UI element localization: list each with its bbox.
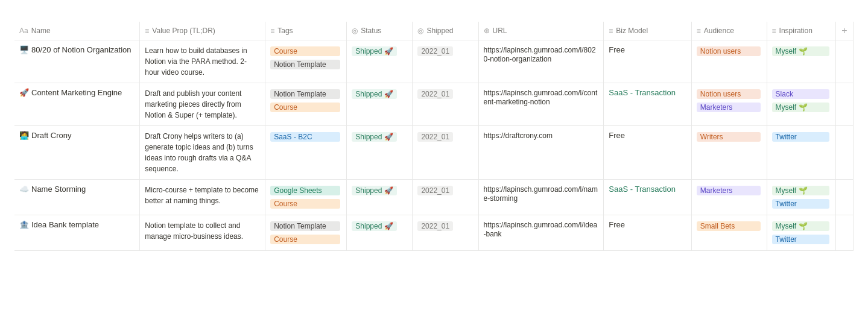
row-4-name[interactable]: 🏦Idea Bank template — [14, 215, 140, 251]
tag-item[interactable]: SaaS - B2C — [270, 132, 340, 142]
shipped-date: 2022_01 — [417, 186, 453, 195]
row-4-biz: Free — [604, 215, 691, 251]
shipped-col-icon: ◎ — [417, 27, 423, 35]
th-url[interactable]: ⊕URL — [478, 22, 604, 40]
inspiration-col-label: Inspiration — [779, 27, 813, 35]
row-2-status[interactable]: Shipped 🚀 — [347, 126, 413, 180]
row-0-audience: Notion users — [691, 40, 767, 83]
tag-item[interactable]: Course — [270, 46, 340, 56]
biz-col-icon: ≡ — [609, 27, 613, 35]
url-link[interactable]: https://lapinsch.gumroad.com/l/content-m… — [484, 89, 598, 106]
row-emoji: ☁️ — [19, 185, 29, 194]
row-name-text: Name Storming — [31, 185, 86, 194]
audience-tag[interactable]: Notion users — [697, 46, 761, 56]
row-emoji: 🚀 — [19, 88, 29, 97]
inspiration-tag[interactable]: Slack — [772, 89, 829, 99]
inspiration-tag[interactable]: Myself 🌱 — [772, 221, 829, 231]
th-tags[interactable]: ≡Tags — [265, 22, 347, 40]
row-2-name[interactable]: 🧑‍💻Draft Crony — [14, 126, 140, 180]
row-0-shipped[interactable]: 2022_01 — [413, 40, 478, 83]
th-audience[interactable]: ≡Audience — [691, 22, 767, 40]
status-badge: Shipped 🚀 — [352, 132, 396, 142]
row-3-status[interactable]: Shipped 🚀 — [347, 180, 413, 215]
inspiration-tag[interactable]: Twitter — [772, 199, 829, 209]
biz-col-label: Biz Model — [616, 27, 648, 35]
row-0-status[interactable]: Shipped 🚀 — [347, 40, 413, 83]
th-shipped[interactable]: ◎Shipped — [413, 22, 478, 40]
row-3-inspiration: Myself 🌱Twitter — [767, 180, 835, 215]
row-4-url[interactable]: https://lapinsch.gumroad.com/l/idea-bank — [478, 215, 604, 251]
status-badge: Shipped 🚀 — [352, 89, 396, 99]
inspiration-tag[interactable]: Myself 🌱 — [772, 46, 829, 56]
tag-item[interactable]: Notion Template — [270, 221, 340, 231]
tag-item[interactable]: Notion Template — [270, 89, 340, 99]
row-2-value: Draft Crony helps writers to (a) generat… — [140, 126, 265, 180]
row-4-shipped[interactable]: 2022_01 — [413, 215, 478, 251]
row-2-shipped[interactable]: 2022_01 — [413, 126, 478, 180]
row-0-url[interactable]: https://lapinsch.gumroad.com/l/8020-noti… — [478, 40, 604, 83]
row-0-name[interactable]: 🖥️80/20 of Notion Organization — [14, 40, 140, 83]
row-1-url[interactable]: https://lapinsch.gumroad.com/l/content-m… — [478, 83, 604, 126]
audience-tag[interactable]: Writers — [697, 132, 761, 142]
audience-col-icon: ≡ — [697, 27, 701, 35]
row-4-inspiration: Myself 🌱Twitter — [767, 215, 835, 251]
row-3-add — [835, 180, 853, 215]
tag-item[interactable]: Course — [270, 235, 340, 244]
inspiration-tag[interactable]: Myself 🌱 — [772, 186, 829, 195]
row-3-url[interactable]: https://lapinsch.gumroad.com/l/name-stor… — [478, 180, 604, 215]
url-link[interactable]: https://lapinsch.gumroad.com/l/idea-bank — [484, 221, 598, 238]
audience-tag[interactable]: Notion users — [697, 89, 761, 99]
row-3-name[interactable]: ☁️Name Storming — [14, 180, 140, 215]
audience-tag[interactable]: Marketers — [697, 186, 761, 195]
row-name-text: Draft Crony — [31, 131, 71, 140]
row-2-add — [835, 126, 853, 180]
audience-tag[interactable]: Marketers — [697, 103, 761, 112]
row-name-text: 80/20 of Notion Organization — [31, 45, 131, 54]
biz-model-text: Free — [609, 220, 625, 229]
row-value-text: Draft and publish your content marketing… — [145, 89, 241, 119]
row-name-text: Content Marketing Engine — [31, 88, 122, 97]
url-link[interactable]: https://lapinsch.gumroad.com/l/8020-noti… — [484, 46, 596, 63]
inspiration-tag[interactable]: Myself 🌱 — [772, 103, 829, 112]
th-inspiration[interactable]: ≡Inspiration — [767, 22, 835, 40]
tags-col-icon: ≡ — [270, 27, 274, 35]
row-1-status[interactable]: Shipped 🚀 — [347, 83, 413, 126]
row-4-status[interactable]: Shipped 🚀 — [347, 215, 413, 251]
row-2-url[interactable]: https://draftcrony.com — [478, 126, 604, 180]
tag-item[interactable]: Course — [270, 199, 340, 209]
inspiration-tag[interactable]: Twitter — [772, 132, 829, 142]
audience-tag[interactable]: Small Bets — [697, 221, 761, 231]
url-link[interactable]: https://draftcrony.com — [484, 131, 553, 140]
row-1-name[interactable]: 🚀Content Marketing Engine — [14, 83, 140, 126]
tag-item[interactable]: Notion Template — [270, 60, 340, 69]
row-1-shipped[interactable]: 2022_01 — [413, 83, 478, 126]
table-row: 🏦Idea Bank templateNotion template to co… — [14, 215, 854, 251]
row-value-text: Draft Crony helps writers to (a) generat… — [145, 132, 253, 173]
shipped-date: 2022_01 — [417, 89, 453, 99]
url-link[interactable]: https://lapinsch.gumroad.com/l/name-stor… — [484, 185, 598, 203]
row-emoji: 🧑‍💻 — [19, 131, 29, 140]
tag-item[interactable]: Course — [270, 103, 340, 112]
status-badge: Shipped 🚀 — [352, 221, 396, 231]
tag-item[interactable]: Google Sheets — [270, 186, 340, 195]
biz-model-text: Free — [609, 131, 625, 140]
row-4-value: Notion template to collect and manage mi… — [140, 215, 265, 251]
th-biz[interactable]: ≡Biz Model — [604, 22, 691, 40]
row-0-biz: Free — [604, 40, 691, 83]
row-emoji: 🏦 — [19, 220, 29, 229]
row-3-shipped[interactable]: 2022_01 — [413, 180, 478, 215]
th-value[interactable]: ≡Value Prop (TL;DR) — [140, 22, 265, 40]
add-column-button[interactable]: + — [835, 22, 853, 40]
inspiration-col-icon: ≡ — [772, 27, 776, 35]
row-1-biz: SaaS - Transaction — [604, 83, 691, 126]
add-col-icon[interactable]: + — [841, 25, 847, 36]
table-row: 🧑‍💻Draft CronyDraft Crony helps writers … — [14, 126, 854, 180]
audience-col-label: Audience — [704, 27, 734, 35]
row-4-add — [835, 215, 853, 251]
th-name[interactable]: AaName — [14, 22, 140, 40]
inspiration-tag[interactable]: Twitter — [772, 235, 829, 244]
name-col-icon: Aa — [19, 27, 28, 35]
table-row: 🚀Content Marketing EngineDraft and publi… — [14, 83, 854, 126]
th-status[interactable]: ◎Status — [347, 22, 413, 40]
row-value-text: Micro-course + template to become better… — [145, 186, 258, 205]
